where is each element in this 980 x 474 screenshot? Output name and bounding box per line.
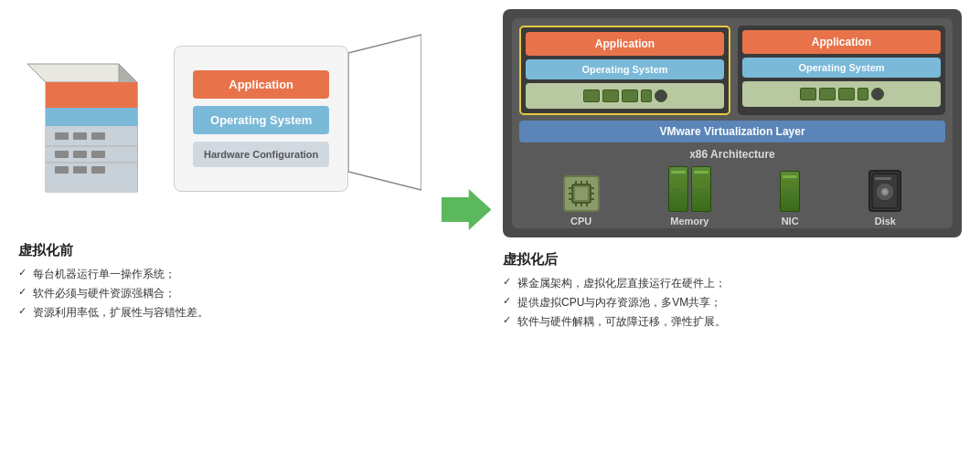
hw-chip-1 bbox=[583, 90, 600, 102]
memory-label: Memory bbox=[670, 216, 708, 226]
hw-chip-2 bbox=[602, 90, 619, 102]
direction-arrow bbox=[442, 189, 492, 230]
nic-label: NIC bbox=[782, 216, 799, 226]
vm2-os: Operating System bbox=[742, 58, 941, 78]
svg-rect-14 bbox=[55, 132, 69, 140]
hw-disk-1 bbox=[655, 90, 667, 102]
server-labels-panel: Application Operating System Hardware Co… bbox=[174, 46, 348, 192]
cpu-chip-icon bbox=[563, 175, 600, 212]
connector-lines bbox=[348, 26, 421, 212]
hw-label: Hardware Configuration bbox=[193, 142, 329, 167]
svg-rect-22 bbox=[91, 166, 105, 174]
svg-rect-28 bbox=[575, 187, 588, 200]
svg-line-24 bbox=[348, 172, 421, 190]
svg-rect-10 bbox=[46, 108, 137, 126]
hw-memory: Memory bbox=[668, 166, 711, 226]
vm2-hw-icons bbox=[742, 81, 941, 107]
before-title: 虚拟化前 bbox=[18, 242, 439, 259]
svg-rect-20 bbox=[55, 166, 69, 174]
before-bullet-3: 资源利用率低，扩展性与容错性差。 bbox=[18, 303, 439, 322]
x86-label: x86 Architecture bbox=[519, 148, 945, 161]
before-bullets: 每台机器运行单一操作系统； 软件必须与硬件资源强耦合； 资源利用率低，扩展性与容… bbox=[18, 265, 439, 322]
before-bullet-2: 软件必须与硬件资源强耦合； bbox=[18, 284, 439, 303]
svg-rect-19 bbox=[91, 151, 105, 158]
vmware-diagram: Application Operating System Application bbox=[503, 9, 962, 237]
hw-chip-4 bbox=[641, 90, 652, 102]
server-illustration bbox=[18, 27, 165, 210]
hw-chip-6 bbox=[819, 88, 836, 100]
hw-disk-2 bbox=[871, 88, 884, 100]
server-diagram: Application Operating System Hardware Co… bbox=[18, 9, 439, 228]
nic-icon bbox=[780, 171, 800, 212]
left-panel: Application Operating System Hardware Co… bbox=[18, 9, 439, 465]
before-section: 虚拟化前 每台机器运行单一操作系统； 软件必须与硬件资源强耦合； 资源利用率低，… bbox=[18, 242, 439, 322]
app-label: Application bbox=[193, 70, 329, 99]
memory-stick-2 bbox=[691, 166, 711, 212]
vm1-container: Application Operating System bbox=[519, 26, 730, 115]
vmware-inner: Application Operating System Application bbox=[512, 18, 953, 228]
after-section: 虚拟化后 裸金属架构，虚拟化层直接运行在硬件上； 提供虚拟CPU与内存资源池，多… bbox=[503, 251, 962, 332]
svg-rect-16 bbox=[91, 132, 105, 140]
svg-rect-45 bbox=[875, 177, 891, 180]
hw-chip-5 bbox=[800, 88, 816, 100]
svg-rect-9 bbox=[46, 82, 137, 108]
disk-icon bbox=[868, 170, 901, 212]
svg-rect-17 bbox=[55, 151, 69, 158]
vm1-app: Application bbox=[526, 32, 724, 56]
hw-chip-7 bbox=[838, 88, 855, 100]
svg-line-23 bbox=[348, 35, 421, 53]
arrow-container bbox=[439, 9, 494, 465]
memory-stick-1 bbox=[668, 166, 688, 212]
svg-point-44 bbox=[884, 191, 887, 194]
hw-chip-8 bbox=[858, 88, 868, 100]
svg-rect-21 bbox=[73, 166, 87, 174]
hw-nic: NIC bbox=[780, 171, 800, 226]
after-bullet-3: 软件与硬件解耦，可故障迁移，弹性扩展。 bbox=[503, 312, 962, 332]
vm2-app: Application bbox=[742, 30, 941, 54]
svg-rect-18 bbox=[73, 151, 87, 158]
cpu-label: CPU bbox=[570, 216, 591, 226]
main-container: Application Operating System Hardware Co… bbox=[0, 0, 980, 474]
hw-disk: Disk bbox=[868, 170, 901, 226]
virt-layer-label: VMware Virtualization Layer bbox=[519, 121, 945, 142]
vm2-container: Application Operating System bbox=[738, 26, 945, 115]
hw-chip-3 bbox=[622, 90, 638, 102]
hw-bottom-row: CPU bbox=[519, 166, 945, 226]
after-bullet-2: 提供虚拟CPU与内存资源池，多VM共享； bbox=[503, 293, 962, 312]
after-bullets: 裸金属架构，虚拟化层直接运行在硬件上； 提供虚拟CPU与内存资源池，多VM共享；… bbox=[503, 274, 962, 332]
vm1-hw-icons bbox=[526, 83, 724, 109]
before-bullet-1: 每台机器运行单一操作系统； bbox=[18, 265, 439, 284]
os-label: Operating System bbox=[193, 106, 329, 134]
after-title: 虚拟化后 bbox=[503, 251, 962, 269]
right-panel: Application Operating System Application bbox=[494, 9, 962, 465]
hw-cpu: CPU bbox=[563, 175, 600, 226]
svg-rect-15 bbox=[73, 132, 87, 140]
vm1-os: Operating System bbox=[526, 59, 724, 79]
after-bullet-1: 裸金属架构，虚拟化层直接运行在硬件上； bbox=[503, 274, 962, 293]
disk-label: Disk bbox=[875, 216, 896, 226]
